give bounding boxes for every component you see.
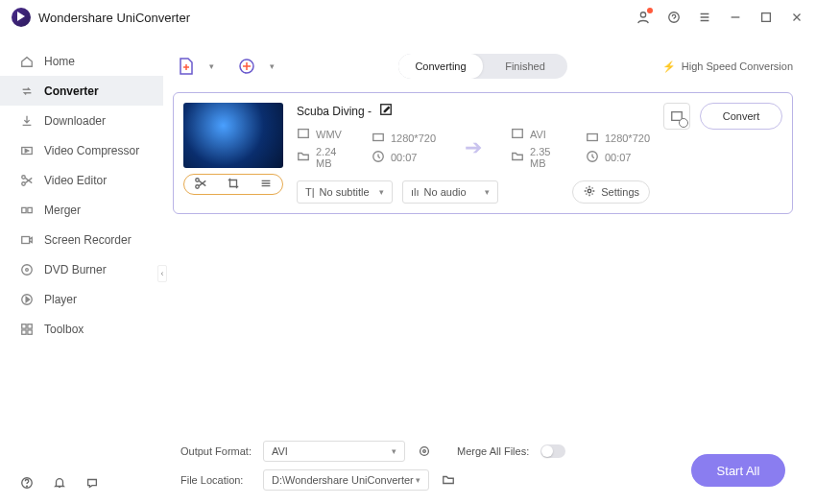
tab-converting[interactable]: Converting: [398, 54, 483, 79]
svg-point-5: [22, 181, 26, 185]
sidebar-item-downloader[interactable]: Downloader: [0, 106, 163, 135]
account-icon[interactable]: [636, 10, 651, 25]
support-icon[interactable]: [666, 10, 682, 25]
open-folder-icon[interactable]: [441, 472, 456, 488]
svg-point-30: [420, 447, 429, 456]
card-right: Convert: [663, 103, 782, 130]
sidebar-item-dvd[interactable]: DVD Burner: [0, 254, 163, 284]
thumbnail-column: [183, 103, 283, 195]
select-row: T|No subtitle▾ ılıNo audio▾ Settings: [297, 180, 650, 204]
clock-icon: [586, 150, 599, 165]
converter-icon: [19, 84, 35, 99]
bell-icon[interactable]: [52, 475, 67, 491]
subtitle-select[interactable]: T|No subtitle▾: [297, 180, 393, 204]
sidebar-item-label: Screen Recorder: [44, 233, 132, 247]
output-format-select[interactable]: AVI▾: [263, 441, 405, 462]
clock-icon: [372, 150, 385, 165]
sidebar-item-label: Downloader: [44, 114, 106, 128]
sidebar-item-label: Home: [44, 55, 75, 68]
feedback-icon[interactable]: [84, 475, 100, 491]
sidebar-item-compressor[interactable]: Video Compressor: [0, 135, 163, 165]
sidebar: Home Converter Downloader Video Compress…: [0, 35, 163, 504]
sidebar-item-converter[interactable]: Converter: [0, 76, 163, 106]
sidebar-item-label: Player: [44, 293, 77, 306]
svg-rect-8: [22, 236, 30, 243]
sidebar-item-recorder[interactable]: Screen Recorder: [0, 225, 163, 254]
disc-icon: [19, 262, 35, 277]
sidebar-item-label: Merger: [44, 204, 81, 217]
panel: ▾ ▾ Converting Finished ⚡High Speed Conv…: [163, 40, 803, 504]
add-folder-button[interactable]: [233, 53, 260, 80]
chevron-down-icon[interactable]: ▾: [270, 61, 275, 71]
download-icon: [19, 113, 35, 129]
compressor-icon: [19, 143, 35, 158]
merge-label: Merge All Files:: [457, 445, 529, 457]
meta-row: WMV 2.24 MB 1280*720 00:07 ➔ AVI 2.35 MB: [297, 127, 650, 169]
target-meta-2: 1280*720 00:07: [586, 131, 650, 165]
play-icon: [19, 292, 35, 307]
crop-icon[interactable]: [227, 177, 240, 193]
trim-icon[interactable]: [194, 177, 207, 193]
svg-point-10: [26, 268, 29, 271]
edit-title-icon[interactable]: [379, 103, 393, 119]
format-settings-icon[interactable]: [417, 444, 432, 459]
svg-rect-23: [373, 134, 384, 141]
svg-rect-2: [762, 13, 771, 22]
target-meta: AVI 2.35 MB: [511, 127, 557, 169]
svg-point-0: [640, 12, 645, 17]
folder-icon: [297, 150, 310, 165]
maximize-icon[interactable]: [758, 10, 774, 25]
recorder-icon: [19, 232, 35, 248]
audio-icon: ılı: [411, 186, 420, 198]
audio-select[interactable]: ılıNo audio▾: [402, 180, 498, 204]
svg-rect-7: [28, 207, 32, 212]
sidebar-item-label: Converter: [44, 84, 99, 98]
svg-rect-25: [513, 130, 523, 138]
sidebar-item-label: Toolbox: [44, 323, 84, 336]
sidebar-item-label: Video Editor: [44, 174, 107, 187]
settings-button[interactable]: Settings: [572, 180, 650, 204]
merge-toggle[interactable]: [540, 444, 565, 458]
help-icon[interactable]: [19, 475, 35, 491]
status-tabs: Converting Finished: [398, 54, 567, 79]
sidebar-item-toolbox[interactable]: Toolbox: [0, 314, 163, 344]
collapse-sidebar-button[interactable]: ‹: [157, 265, 167, 282]
output-settings-button[interactable]: [663, 103, 690, 130]
titlebar: Wondershare UniConverter: [0, 0, 816, 35]
tab-finished[interactable]: Finished: [483, 54, 567, 79]
app-logo-icon: [12, 8, 31, 27]
arrow-right-icon: ➔: [465, 135, 482, 160]
svg-rect-13: [28, 324, 32, 327]
effect-icon[interactable]: [259, 177, 273, 193]
chevron-down-icon[interactable]: ▾: [209, 61, 214, 71]
convert-button[interactable]: Convert: [700, 103, 782, 130]
video-thumbnail[interactable]: [183, 103, 283, 168]
thumbnail-tools: [183, 174, 283, 195]
svg-point-31: [423, 450, 426, 453]
file-info: Scuba Diving - WMV 2.24 MB 1280*720 00:0…: [297, 103, 650, 204]
svg-point-20: [196, 184, 200, 188]
bottom-bar: Output Format: AVI▾ Merge All Files: Fil…: [163, 435, 803, 504]
file-card: Scuba Diving - WMV 2.24 MB 1280*720 00:0…: [173, 92, 793, 214]
close-icon[interactable]: [789, 10, 804, 25]
svg-rect-22: [299, 130, 309, 138]
menu-icon[interactable]: [697, 10, 712, 25]
svg-point-4: [22, 175, 26, 179]
add-file-button[interactable]: [173, 53, 200, 80]
svg-rect-26: [588, 134, 598, 141]
svg-point-9: [22, 264, 33, 275]
minimize-icon[interactable]: [728, 10, 743, 25]
app-title: Wondershare UniConverter: [38, 11, 190, 25]
sidebar-item-merger[interactable]: Merger: [0, 195, 163, 225]
file-title: Scuba Diving -: [297, 105, 372, 118]
titlebar-right: [636, 10, 804, 25]
merger-icon: [19, 203, 35, 218]
sidebar-item-player[interactable]: Player: [0, 284, 163, 314]
svg-rect-6: [22, 207, 26, 212]
start-all-button[interactable]: Start All: [691, 454, 785, 487]
high-speed-label[interactable]: ⚡High Speed Conversion: [662, 60, 793, 73]
sidebar-item-editor[interactable]: Video Editor: [0, 165, 163, 195]
home-icon: [19, 54, 35, 69]
file-location-select[interactable]: D:\Wondershare UniConverter▾: [263, 469, 429, 491]
sidebar-item-home[interactable]: Home: [0, 46, 163, 76]
